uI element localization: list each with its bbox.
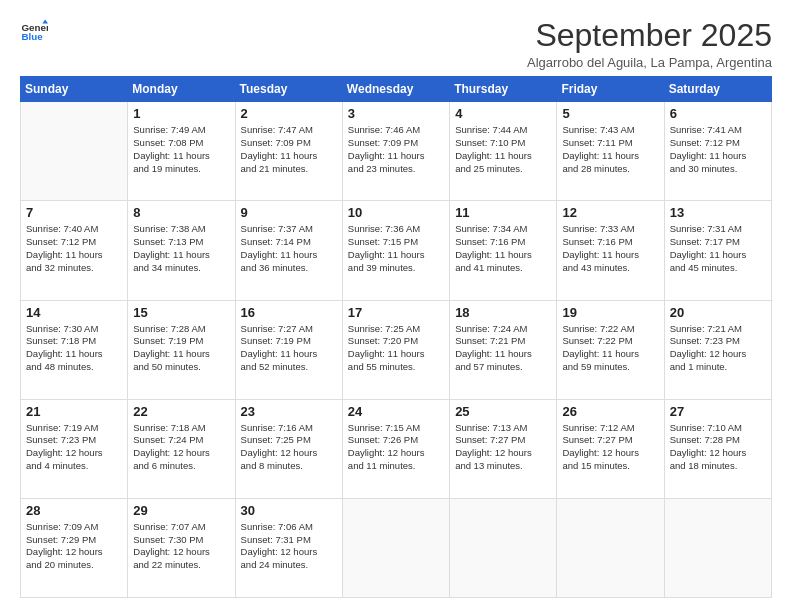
table-row: 25Sunrise: 7:13 AM Sunset: 7:27 PM Dayli… xyxy=(450,399,557,498)
day-number: 11 xyxy=(455,205,551,220)
svg-text:Blue: Blue xyxy=(21,31,43,42)
table-row: 29Sunrise: 7:07 AM Sunset: 7:30 PM Dayli… xyxy=(128,498,235,597)
day-info: Sunrise: 7:18 AM Sunset: 7:24 PM Dayligh… xyxy=(133,422,229,473)
logo-icon: General Blue xyxy=(20,18,48,46)
table-row: 1Sunrise: 7:49 AM Sunset: 7:08 PM Daylig… xyxy=(128,102,235,201)
table-row: 10Sunrise: 7:36 AM Sunset: 7:15 PM Dayli… xyxy=(342,201,449,300)
day-info: Sunrise: 7:34 AM Sunset: 7:16 PM Dayligh… xyxy=(455,223,551,274)
day-number: 7 xyxy=(26,205,122,220)
table-row: 18Sunrise: 7:24 AM Sunset: 7:21 PM Dayli… xyxy=(450,300,557,399)
day-info: Sunrise: 7:30 AM Sunset: 7:18 PM Dayligh… xyxy=(26,323,122,374)
day-info: Sunrise: 7:13 AM Sunset: 7:27 PM Dayligh… xyxy=(455,422,551,473)
day-info: Sunrise: 7:19 AM Sunset: 7:23 PM Dayligh… xyxy=(26,422,122,473)
col-monday: Monday xyxy=(128,77,235,102)
day-number: 17 xyxy=(348,305,444,320)
day-number: 24 xyxy=(348,404,444,419)
day-info: Sunrise: 7:21 AM Sunset: 7:23 PM Dayligh… xyxy=(670,323,766,374)
day-info: Sunrise: 7:31 AM Sunset: 7:17 PM Dayligh… xyxy=(670,223,766,274)
table-row: 23Sunrise: 7:16 AM Sunset: 7:25 PM Dayli… xyxy=(235,399,342,498)
table-row: 11Sunrise: 7:34 AM Sunset: 7:16 PM Dayli… xyxy=(450,201,557,300)
calendar-week-row: 7Sunrise: 7:40 AM Sunset: 7:12 PM Daylig… xyxy=(21,201,772,300)
day-info: Sunrise: 7:47 AM Sunset: 7:09 PM Dayligh… xyxy=(241,124,337,175)
table-row: 21Sunrise: 7:19 AM Sunset: 7:23 PM Dayli… xyxy=(21,399,128,498)
day-info: Sunrise: 7:12 AM Sunset: 7:27 PM Dayligh… xyxy=(562,422,658,473)
day-number: 2 xyxy=(241,106,337,121)
table-row: 17Sunrise: 7:25 AM Sunset: 7:20 PM Dayli… xyxy=(342,300,449,399)
table-row: 14Sunrise: 7:30 AM Sunset: 7:18 PM Dayli… xyxy=(21,300,128,399)
day-number: 8 xyxy=(133,205,229,220)
table-row: 2Sunrise: 7:47 AM Sunset: 7:09 PM Daylig… xyxy=(235,102,342,201)
col-wednesday: Wednesday xyxy=(342,77,449,102)
table-row: 28Sunrise: 7:09 AM Sunset: 7:29 PM Dayli… xyxy=(21,498,128,597)
day-number: 23 xyxy=(241,404,337,419)
subtitle: Algarrobo del Aguila, La Pampa, Argentin… xyxy=(527,55,772,70)
table-row: 13Sunrise: 7:31 AM Sunset: 7:17 PM Dayli… xyxy=(664,201,771,300)
day-info: Sunrise: 7:25 AM Sunset: 7:20 PM Dayligh… xyxy=(348,323,444,374)
table-row xyxy=(450,498,557,597)
col-saturday: Saturday xyxy=(664,77,771,102)
logo: General Blue xyxy=(20,18,48,46)
day-info: Sunrise: 7:38 AM Sunset: 7:13 PM Dayligh… xyxy=(133,223,229,274)
day-number: 19 xyxy=(562,305,658,320)
table-row: 12Sunrise: 7:33 AM Sunset: 7:16 PM Dayli… xyxy=(557,201,664,300)
table-row: 7Sunrise: 7:40 AM Sunset: 7:12 PM Daylig… xyxy=(21,201,128,300)
day-number: 25 xyxy=(455,404,551,419)
day-number: 10 xyxy=(348,205,444,220)
calendar-week-row: 14Sunrise: 7:30 AM Sunset: 7:18 PM Dayli… xyxy=(21,300,772,399)
col-tuesday: Tuesday xyxy=(235,77,342,102)
day-info: Sunrise: 7:49 AM Sunset: 7:08 PM Dayligh… xyxy=(133,124,229,175)
day-info: Sunrise: 7:37 AM Sunset: 7:14 PM Dayligh… xyxy=(241,223,337,274)
header-row: Sunday Monday Tuesday Wednesday Thursday… xyxy=(21,77,772,102)
col-friday: Friday xyxy=(557,77,664,102)
day-info: Sunrise: 7:44 AM Sunset: 7:10 PM Dayligh… xyxy=(455,124,551,175)
day-info: Sunrise: 7:36 AM Sunset: 7:15 PM Dayligh… xyxy=(348,223,444,274)
day-number: 22 xyxy=(133,404,229,419)
table-row: 22Sunrise: 7:18 AM Sunset: 7:24 PM Dayli… xyxy=(128,399,235,498)
day-number: 16 xyxy=(241,305,337,320)
table-row: 30Sunrise: 7:06 AM Sunset: 7:31 PM Dayli… xyxy=(235,498,342,597)
table-row xyxy=(21,102,128,201)
day-number: 21 xyxy=(26,404,122,419)
day-number: 29 xyxy=(133,503,229,518)
day-info: Sunrise: 7:43 AM Sunset: 7:11 PM Dayligh… xyxy=(562,124,658,175)
table-row: 6Sunrise: 7:41 AM Sunset: 7:12 PM Daylig… xyxy=(664,102,771,201)
day-info: Sunrise: 7:41 AM Sunset: 7:12 PM Dayligh… xyxy=(670,124,766,175)
page: General Blue September 2025 Algarrobo de… xyxy=(0,0,792,612)
calendar-week-row: 1Sunrise: 7:49 AM Sunset: 7:08 PM Daylig… xyxy=(21,102,772,201)
day-number: 27 xyxy=(670,404,766,419)
day-info: Sunrise: 7:16 AM Sunset: 7:25 PM Dayligh… xyxy=(241,422,337,473)
day-number: 1 xyxy=(133,106,229,121)
day-number: 5 xyxy=(562,106,658,121)
day-info: Sunrise: 7:24 AM Sunset: 7:21 PM Dayligh… xyxy=(455,323,551,374)
day-info: Sunrise: 7:46 AM Sunset: 7:09 PM Dayligh… xyxy=(348,124,444,175)
day-number: 26 xyxy=(562,404,658,419)
table-row: 5Sunrise: 7:43 AM Sunset: 7:11 PM Daylig… xyxy=(557,102,664,201)
day-number: 20 xyxy=(670,305,766,320)
day-number: 9 xyxy=(241,205,337,220)
table-row: 19Sunrise: 7:22 AM Sunset: 7:22 PM Dayli… xyxy=(557,300,664,399)
header: General Blue September 2025 Algarrobo de… xyxy=(20,18,772,70)
month-title: September 2025 xyxy=(527,18,772,53)
table-row: 26Sunrise: 7:12 AM Sunset: 7:27 PM Dayli… xyxy=(557,399,664,498)
calendar-table: Sunday Monday Tuesday Wednesday Thursday… xyxy=(20,76,772,598)
table-row: 24Sunrise: 7:15 AM Sunset: 7:26 PM Dayli… xyxy=(342,399,449,498)
day-info: Sunrise: 7:27 AM Sunset: 7:19 PM Dayligh… xyxy=(241,323,337,374)
day-number: 13 xyxy=(670,205,766,220)
table-row: 15Sunrise: 7:28 AM Sunset: 7:19 PM Dayli… xyxy=(128,300,235,399)
title-block: September 2025 Algarrobo del Aguila, La … xyxy=(527,18,772,70)
table-row: 3Sunrise: 7:46 AM Sunset: 7:09 PM Daylig… xyxy=(342,102,449,201)
calendar-week-row: 28Sunrise: 7:09 AM Sunset: 7:29 PM Dayli… xyxy=(21,498,772,597)
day-info: Sunrise: 7:15 AM Sunset: 7:26 PM Dayligh… xyxy=(348,422,444,473)
col-sunday: Sunday xyxy=(21,77,128,102)
day-number: 4 xyxy=(455,106,551,121)
table-row xyxy=(342,498,449,597)
day-info: Sunrise: 7:22 AM Sunset: 7:22 PM Dayligh… xyxy=(562,323,658,374)
day-number: 15 xyxy=(133,305,229,320)
day-number: 30 xyxy=(241,503,337,518)
table-row xyxy=(557,498,664,597)
day-info: Sunrise: 7:28 AM Sunset: 7:19 PM Dayligh… xyxy=(133,323,229,374)
day-info: Sunrise: 7:09 AM Sunset: 7:29 PM Dayligh… xyxy=(26,521,122,572)
day-info: Sunrise: 7:10 AM Sunset: 7:28 PM Dayligh… xyxy=(670,422,766,473)
day-info: Sunrise: 7:33 AM Sunset: 7:16 PM Dayligh… xyxy=(562,223,658,274)
day-number: 14 xyxy=(26,305,122,320)
